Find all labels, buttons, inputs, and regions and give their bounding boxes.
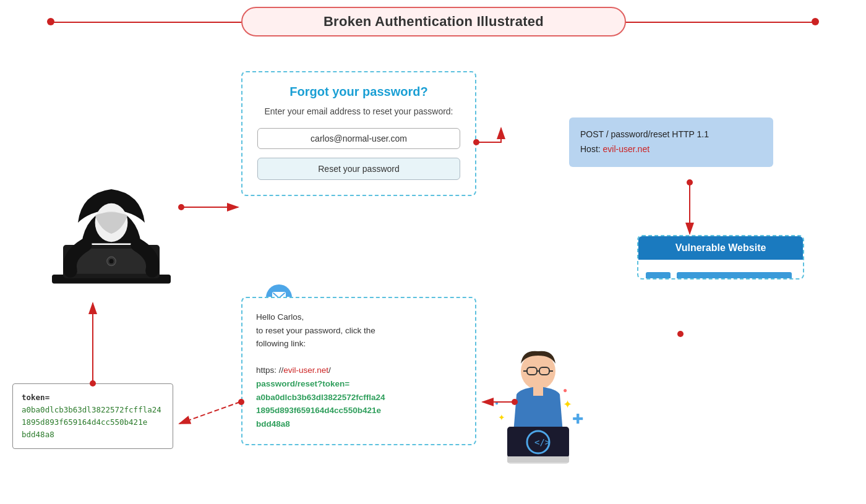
developer-figure: </> ✦ ✦ ✚ ● ● bbox=[482, 346, 594, 458]
svg-text:✦: ✦ bbox=[498, 412, 505, 422]
http-host-label: Host: bbox=[580, 144, 603, 154]
title-dot-right bbox=[812, 18, 819, 25]
http-request-box: POST / password/reset HTTP 1.1 Host: evi… bbox=[569, 117, 773, 167]
forgot-password-box: Forgot your password? Enter your email a… bbox=[241, 71, 476, 196]
svg-rect-20 bbox=[507, 456, 569, 463]
svg-text:✦: ✦ bbox=[563, 398, 572, 411]
title-dot-left bbox=[47, 18, 54, 25]
email-greeting: Hello Carlos, bbox=[256, 312, 304, 322]
svg-text:●: ● bbox=[495, 399, 499, 406]
token-box: token= a0ba0dlcb3b63dl3822572fcffla24189… bbox=[12, 383, 173, 449]
email-url-suffix: / bbox=[328, 365, 331, 375]
vuln-sidebar-block bbox=[646, 272, 671, 280]
http-host-value: evil-user.net bbox=[603, 144, 650, 154]
token-label: token= bbox=[22, 393, 49, 402]
svg-text:●: ● bbox=[563, 386, 567, 395]
vuln-header: Vulnerable Website bbox=[638, 236, 803, 260]
email-token-path: password/reset?token=a0ba0dlcb3b63dl3822… bbox=[256, 379, 385, 429]
svg-point-6 bbox=[109, 259, 113, 263]
svg-rect-15 bbox=[533, 387, 543, 396]
svg-point-39 bbox=[677, 331, 684, 337]
vulnerable-website-box: Vulnerable Website bbox=[637, 235, 804, 280]
email-body: Hello Carlos, to reset your password, cl… bbox=[256, 310, 461, 430]
page-title: Broken Authentication Illustrated bbox=[324, 14, 544, 30]
email-url-red: evil-user.net bbox=[283, 365, 328, 375]
http-line1: POST / password/reset HTTP 1.1 bbox=[580, 129, 709, 139]
token-value: a0ba0dlcb3b63dl3822572fcffla241895d893f6… bbox=[22, 405, 161, 439]
email-line2: following link: bbox=[256, 339, 306, 348]
svg-text:✚: ✚ bbox=[572, 411, 583, 427]
email-box: Hello Carlos, to reset your password, cl… bbox=[241, 297, 476, 445]
email-input[interactable]: carlos@normal-user.com bbox=[257, 128, 460, 149]
forgot-description: Enter your email address to reset your p… bbox=[257, 105, 460, 118]
hacker-figure bbox=[37, 148, 186, 297]
reset-button[interactable]: Reset your password bbox=[257, 158, 460, 180]
svg-text:</>: </> bbox=[534, 437, 550, 447]
email-line1: to reset your password, click the bbox=[256, 326, 375, 335]
svg-point-32 bbox=[687, 179, 693, 186]
title-bar: Broken Authentication Illustrated bbox=[241, 7, 626, 36]
forgot-title: Forgot your password? bbox=[257, 85, 460, 99]
svg-line-35 bbox=[179, 402, 240, 424]
vuln-bar1 bbox=[677, 272, 792, 280]
email-url-prefix: https: // bbox=[256, 365, 283, 375]
